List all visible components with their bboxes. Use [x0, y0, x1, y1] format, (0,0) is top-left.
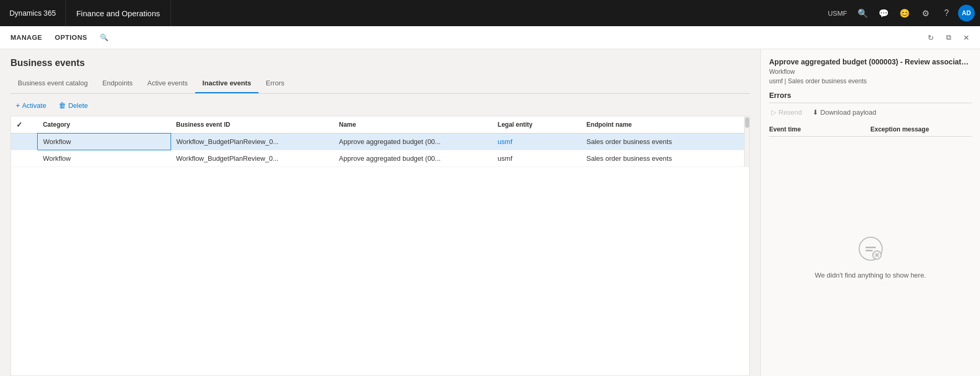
main-content: Business events Business event catalog E…: [0, 49, 980, 376]
col-header-name: Name: [334, 116, 492, 134]
row-check-1[interactable]: [11, 134, 38, 150]
col-header-category: Category: [38, 116, 171, 134]
brand-area: Dynamics 365 Finance and Operations: [0, 0, 171, 26]
row-bizid-1[interactable]: Workflow_BudgetPlanReview_0...: [171, 134, 334, 150]
delete-button[interactable]: 🗑 Delete: [53, 99, 93, 112]
download-payload-button[interactable]: ⬇ Download payload: [810, 107, 878, 117]
user-avatar[interactable]: AD: [958, 5, 975, 21]
delete-icon: 🗑: [59, 101, 66, 109]
empty-message: We didn't find anything to show here.: [815, 271, 926, 279]
col-exception-header: Exception message: [871, 126, 972, 133]
resend-icon: ▷: [771, 108, 776, 116]
company-label: USMF: [824, 9, 851, 17]
scroll-track[interactable]: [744, 116, 749, 167]
row-bizid-2[interactable]: Workflow_BudgetPlanReview_0...: [171, 150, 334, 167]
table-row[interactable]: Workflow Workflow_BudgetPlanReview_0... …: [11, 134, 744, 150]
row-name-1[interactable]: Approve aggregated budget (00...: [334, 134, 492, 150]
detail-title: Approve aggregated budget (000003) - Rev…: [769, 58, 972, 66]
data-table-container: ✓ Category Business event ID Name Legal …: [10, 116, 750, 376]
options-menu[interactable]: OPTIONS: [51, 31, 92, 43]
tab-inactive-events[interactable]: Inactive events: [195, 75, 258, 93]
col-header-bizid: Business event ID: [171, 116, 334, 134]
app-label: Finance and Operations: [66, 0, 171, 26]
command-search-icon[interactable]: 🔍: [98, 31, 110, 44]
notification-icon[interactable]: 😊: [895, 4, 914, 23]
svg-rect-2: [865, 250, 873, 251]
detail-action-bar: ▷ Resend ⬇ Download payload: [769, 107, 972, 117]
row-entity-2[interactable]: usmf: [492, 150, 581, 167]
page-title: Business events: [10, 58, 750, 69]
col-header-entity: Legal entity: [492, 116, 581, 134]
activate-icon: +: [16, 101, 20, 109]
manage-menu[interactable]: MANAGE: [6, 31, 47, 43]
row-entity-1[interactable]: usmf: [492, 134, 581, 150]
close-icon[interactable]: ✕: [959, 30, 974, 45]
detail-table-header: Event time Exception message: [769, 123, 972, 137]
detail-sub2: usmf | Sales order business events: [769, 78, 972, 85]
row-endpoint-2[interactable]: Sales order business events: [581, 150, 744, 167]
refresh-icon[interactable]: ↻: [923, 30, 938, 45]
help-icon[interactable]: ?: [937, 4, 956, 23]
tabs-container: Business event catalog Endpoints Active …: [10, 75, 750, 94]
search-icon[interactable]: 🔍: [853, 4, 872, 23]
row-endpoint-1[interactable]: Sales order business events: [581, 134, 744, 150]
errors-section-title: Errors: [769, 91, 972, 103]
col-check: ✓: [11, 116, 38, 134]
tab-active-events[interactable]: Active events: [140, 75, 195, 93]
action-bar: + Activate 🗑 Delete: [10, 94, 750, 116]
detail-subtitle: Workflow: [769, 68, 972, 75]
row-category-2[interactable]: Workflow: [38, 150, 171, 167]
restore-icon[interactable]: ⧉: [941, 30, 956, 45]
command-bar-right: ↻ ⧉ ✕: [923, 30, 974, 45]
scroll-thumb[interactable]: [745, 117, 749, 128]
tab-errors[interactable]: Errors: [258, 75, 291, 93]
activate-button[interactable]: + Activate: [10, 99, 51, 112]
table-header-row: ✓ Category Business event ID Name Legal …: [11, 116, 744, 134]
row-name-2[interactable]: Approve aggregated budget (00...: [334, 150, 492, 167]
svg-rect-1: [865, 247, 876, 248]
detail-empty-state: We didn't find anything to show here.: [769, 137, 972, 368]
table-row[interactable]: Workflow Workflow_BudgetPlanReview_0... …: [11, 150, 744, 167]
tab-catalog[interactable]: Business event catalog: [10, 75, 95, 93]
inactive-events-table: ✓ Category Business event ID Name Legal …: [11, 116, 744, 167]
settings-icon[interactable]: ⚙: [916, 4, 935, 23]
col-event-time-header: Event time: [769, 126, 871, 133]
download-icon: ⬇: [813, 108, 818, 116]
top-bar: Dynamics 365 Finance and Operations USMF…: [0, 0, 980, 26]
tab-endpoints[interactable]: Endpoints: [95, 75, 140, 93]
empty-icon: [858, 236, 883, 266]
col-header-endpoint: Endpoint name: [581, 116, 744, 134]
detail-panel: Approve aggregated budget (000003) - Rev…: [760, 49, 980, 376]
row-category-1[interactable]: Workflow: [38, 134, 171, 150]
command-bar: MANAGE OPTIONS 🔍 ↻ ⧉ ✕: [0, 26, 980, 49]
resend-button[interactable]: ▷ Resend: [769, 107, 804, 117]
page-area: Business events Business event catalog E…: [0, 49, 760, 376]
dynamics365-label[interactable]: Dynamics 365: [0, 0, 66, 26]
row-check-2[interactable]: [11, 150, 38, 167]
top-bar-right: USMF 🔍 💬 😊 ⚙ ? AD: [824, 4, 980, 23]
chat-icon[interactable]: 💬: [874, 4, 893, 23]
